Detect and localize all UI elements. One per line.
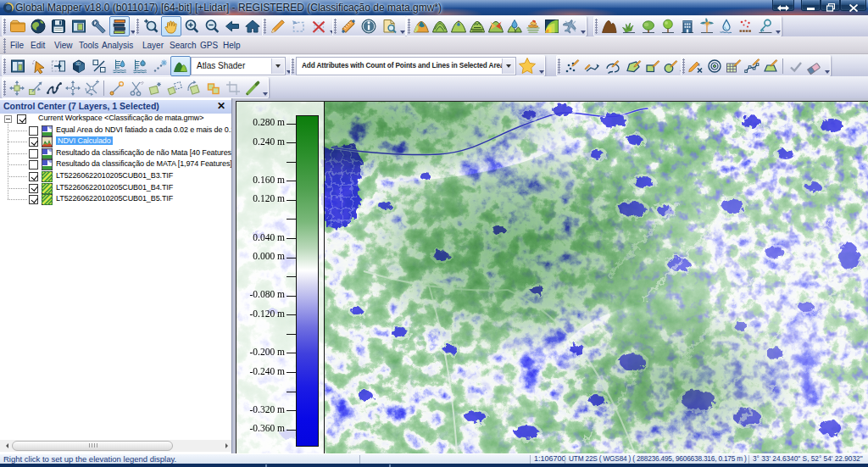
svg-text:3D: 3D <box>75 62 81 66</box>
svg-text:x: x <box>697 62 700 67</box>
